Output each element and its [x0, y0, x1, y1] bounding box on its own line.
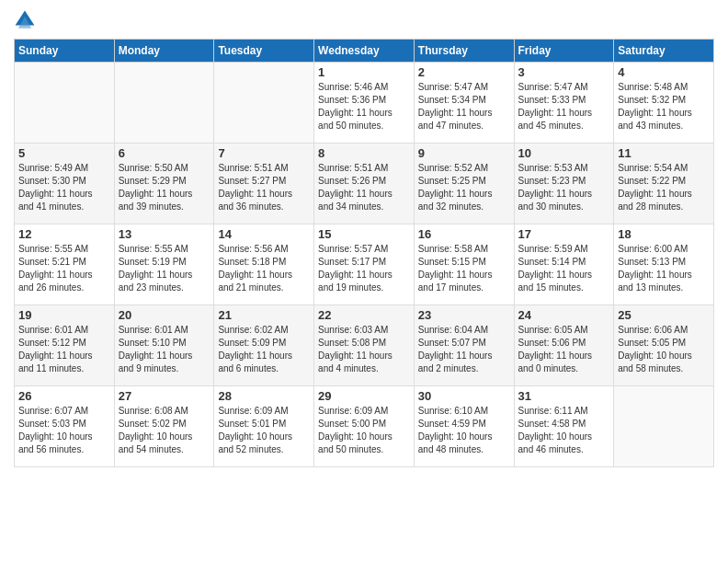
calendar-day-cell: 6Sunrise: 5:50 AM Sunset: 5:29 PM Daylig…	[114, 144, 214, 224]
day-info: Sunrise: 6:07 AM Sunset: 5:03 PM Dayligh…	[18, 405, 110, 456]
day-info: Sunrise: 6:05 AM Sunset: 5:06 PM Dayligh…	[518, 324, 610, 375]
day-number: 7	[218, 146, 310, 160]
day-info: Sunrise: 5:47 AM Sunset: 5:33 PM Dayligh…	[518, 81, 610, 132]
day-number: 17	[518, 227, 610, 241]
day-info: Sunrise: 5:53 AM Sunset: 5:23 PM Dayligh…	[518, 162, 610, 213]
calendar-day-cell: 24Sunrise: 6:05 AM Sunset: 5:06 PM Dayli…	[514, 305, 614, 386]
day-info: Sunrise: 6:01 AM Sunset: 5:12 PM Dayligh…	[18, 324, 110, 375]
calendar-day-cell: 2Sunrise: 5:47 AM Sunset: 5:34 PM Daylig…	[414, 63, 514, 144]
calendar-day-cell: 31Sunrise: 6:11 AM Sunset: 4:58 PM Dayli…	[514, 386, 614, 467]
day-number: 6	[119, 146, 210, 160]
calendar-day-cell	[114, 63, 214, 144]
calendar-week-row: 5Sunrise: 5:49 AM Sunset: 5:30 PM Daylig…	[15, 144, 714, 224]
day-info: Sunrise: 6:09 AM Sunset: 5:01 PM Dayligh…	[218, 405, 310, 456]
day-number: 12	[18, 227, 110, 241]
day-number: 3	[518, 65, 610, 79]
day-info: Sunrise: 5:50 AM Sunset: 5:29 PM Dayligh…	[119, 162, 210, 213]
weekday-header-cell: Tuesday	[214, 40, 314, 63]
day-info: Sunrise: 6:03 AM Sunset: 5:08 PM Dayligh…	[318, 324, 410, 375]
calendar-day-cell: 23Sunrise: 6:04 AM Sunset: 5:07 PM Dayli…	[414, 305, 514, 386]
day-number: 23	[418, 308, 510, 322]
day-info: Sunrise: 5:52 AM Sunset: 5:25 PM Dayligh…	[418, 162, 510, 213]
day-number: 27	[119, 389, 210, 403]
calendar-day-cell: 20Sunrise: 6:01 AM Sunset: 5:10 PM Dayli…	[114, 305, 214, 386]
day-number: 14	[218, 227, 310, 241]
page-container: SundayMondayTuesdayWednesdayThursdayFrid…	[0, 0, 728, 477]
day-info: Sunrise: 5:56 AM Sunset: 5:18 PM Dayligh…	[218, 243, 310, 294]
day-info: Sunrise: 6:06 AM Sunset: 5:05 PM Dayligh…	[618, 324, 710, 375]
calendar-day-cell: 16Sunrise: 5:58 AM Sunset: 5:15 PM Dayli…	[414, 224, 514, 305]
calendar-table: SundayMondayTuesdayWednesdayThursdayFrid…	[14, 39, 714, 467]
calendar-day-cell: 17Sunrise: 5:59 AM Sunset: 5:14 PM Dayli…	[514, 224, 614, 305]
day-info: Sunrise: 5:46 AM Sunset: 5:36 PM Dayligh…	[318, 81, 410, 132]
calendar-week-row: 26Sunrise: 6:07 AM Sunset: 5:03 PM Dayli…	[15, 386, 714, 467]
calendar-day-cell: 28Sunrise: 6:09 AM Sunset: 5:01 PM Dayli…	[214, 386, 314, 467]
calendar-day-cell: 30Sunrise: 6:10 AM Sunset: 4:59 PM Dayli…	[414, 386, 514, 467]
calendar-day-cell: 21Sunrise: 6:02 AM Sunset: 5:09 PM Dayli…	[214, 305, 314, 386]
calendar-day-cell	[614, 386, 714, 467]
day-info: Sunrise: 5:59 AM Sunset: 5:14 PM Dayligh…	[518, 243, 610, 294]
calendar-day-cell: 7Sunrise: 5:51 AM Sunset: 5:27 PM Daylig…	[214, 144, 314, 224]
calendar-day-cell	[214, 63, 314, 144]
day-info: Sunrise: 5:54 AM Sunset: 5:22 PM Dayligh…	[618, 162, 710, 213]
weekday-header-cell: Saturday	[614, 40, 714, 63]
calendar-day-cell	[15, 63, 115, 144]
calendar-week-row: 12Sunrise: 5:55 AM Sunset: 5:21 PM Dayli…	[15, 224, 714, 305]
day-info: Sunrise: 6:04 AM Sunset: 5:07 PM Dayligh…	[418, 324, 510, 375]
day-number: 19	[18, 308, 110, 322]
day-number: 15	[318, 227, 410, 241]
day-number: 9	[418, 146, 510, 160]
day-number: 26	[18, 389, 110, 403]
day-info: Sunrise: 6:10 AM Sunset: 4:59 PM Dayligh…	[418, 405, 510, 456]
day-number: 28	[218, 389, 310, 403]
calendar-day-cell: 26Sunrise: 6:07 AM Sunset: 5:03 PM Dayli…	[15, 386, 115, 467]
day-info: Sunrise: 6:00 AM Sunset: 5:13 PM Dayligh…	[618, 243, 710, 294]
calendar-day-cell: 14Sunrise: 5:56 AM Sunset: 5:18 PM Dayli…	[214, 224, 314, 305]
calendar-day-cell: 4Sunrise: 5:48 AM Sunset: 5:32 PM Daylig…	[614, 63, 714, 144]
weekday-header-cell: Monday	[114, 40, 214, 63]
day-info: Sunrise: 5:49 AM Sunset: 5:30 PM Dayligh…	[18, 162, 110, 213]
day-number: 31	[518, 389, 610, 403]
day-number: 13	[119, 227, 210, 241]
day-number: 24	[518, 308, 610, 322]
calendar-day-cell: 9Sunrise: 5:52 AM Sunset: 5:25 PM Daylig…	[414, 144, 514, 224]
day-number: 18	[618, 227, 710, 241]
day-info: Sunrise: 6:09 AM Sunset: 5:00 PM Dayligh…	[318, 405, 410, 456]
day-number: 16	[418, 227, 510, 241]
weekday-header-row: SundayMondayTuesdayWednesdayThursdayFrid…	[15, 40, 714, 63]
day-number: 5	[18, 146, 110, 160]
day-info: Sunrise: 5:48 AM Sunset: 5:32 PM Dayligh…	[618, 81, 710, 132]
calendar-day-cell: 19Sunrise: 6:01 AM Sunset: 5:12 PM Dayli…	[15, 305, 115, 386]
calendar-day-cell: 25Sunrise: 6:06 AM Sunset: 5:05 PM Dayli…	[614, 305, 714, 386]
weekday-header-cell: Thursday	[414, 40, 514, 63]
calendar-day-cell: 3Sunrise: 5:47 AM Sunset: 5:33 PM Daylig…	[514, 63, 614, 144]
calendar-day-cell: 18Sunrise: 6:00 AM Sunset: 5:13 PM Dayli…	[614, 224, 714, 305]
day-number: 1	[318, 65, 410, 79]
day-info: Sunrise: 6:02 AM Sunset: 5:09 PM Dayligh…	[218, 324, 310, 375]
calendar-day-cell: 29Sunrise: 6:09 AM Sunset: 5:00 PM Dayli…	[314, 386, 415, 467]
day-info: Sunrise: 6:08 AM Sunset: 5:02 PM Dayligh…	[119, 405, 210, 456]
calendar-day-cell: 12Sunrise: 5:55 AM Sunset: 5:21 PM Dayli…	[15, 224, 115, 305]
weekday-header-cell: Wednesday	[314, 40, 415, 63]
day-number: 2	[418, 65, 510, 79]
day-number: 10	[518, 146, 610, 160]
calendar-day-cell: 13Sunrise: 5:55 AM Sunset: 5:19 PM Dayli…	[114, 224, 214, 305]
day-info: Sunrise: 6:11 AM Sunset: 4:58 PM Dayligh…	[518, 405, 610, 456]
day-info: Sunrise: 5:51 AM Sunset: 5:27 PM Dayligh…	[218, 162, 310, 213]
calendar-week-row: 1Sunrise: 5:46 AM Sunset: 5:36 PM Daylig…	[15, 63, 714, 144]
calendar-day-cell: 5Sunrise: 5:49 AM Sunset: 5:30 PM Daylig…	[15, 144, 115, 224]
day-number: 29	[318, 389, 410, 403]
calendar-day-cell: 15Sunrise: 5:57 AM Sunset: 5:17 PM Dayli…	[314, 224, 415, 305]
day-number: 4	[618, 65, 710, 79]
header	[14, 9, 714, 31]
day-number: 8	[318, 146, 410, 160]
calendar-body: 1Sunrise: 5:46 AM Sunset: 5:36 PM Daylig…	[15, 63, 714, 467]
calendar-day-cell: 27Sunrise: 6:08 AM Sunset: 5:02 PM Dayli…	[114, 386, 214, 467]
day-info: Sunrise: 5:58 AM Sunset: 5:15 PM Dayligh…	[418, 243, 510, 294]
day-info: Sunrise: 5:57 AM Sunset: 5:17 PM Dayligh…	[318, 243, 410, 294]
day-number: 21	[218, 308, 310, 322]
calendar-day-cell: 1Sunrise: 5:46 AM Sunset: 5:36 PM Daylig…	[314, 63, 415, 144]
day-info: Sunrise: 6:01 AM Sunset: 5:10 PM Dayligh…	[119, 324, 210, 375]
weekday-header-cell: Sunday	[15, 40, 115, 63]
day-info: Sunrise: 5:55 AM Sunset: 5:19 PM Dayligh…	[119, 243, 210, 294]
